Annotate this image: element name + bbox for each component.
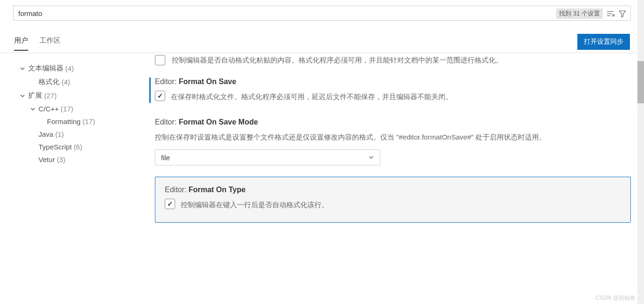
sidebar-item-count: (4) xyxy=(65,64,74,72)
tab-user[interactable]: 用户 xyxy=(14,36,28,51)
sidebar-item-extensions[interactable]: 扩展 (27) xyxy=(19,89,130,102)
scrollbar-thumb[interactable] xyxy=(637,61,644,103)
setting-title: Editor: Format On Save Mode xyxy=(155,118,631,126)
filter-icon[interactable] xyxy=(618,9,627,18)
search-result-count: 找到 31 个设置 xyxy=(556,8,603,19)
chevron-down-icon xyxy=(29,106,37,112)
setting-description: 控制编辑器是否自动格式化粘贴的内容。格式化程序必须可用，并且能针对文档中的某一范… xyxy=(172,56,503,65)
setting-description: 控制编辑器在键入一行后是否自动格式化该行。 xyxy=(181,199,329,211)
sidebar-item-count: (3) xyxy=(57,156,65,164)
sidebar-item-label: Formatting xyxy=(47,117,81,125)
clear-filter-icon[interactable] xyxy=(606,9,615,18)
scrollbar-track[interactable] xyxy=(637,0,644,304)
sidebar-item-label: Vetur xyxy=(38,156,55,164)
sidebar-item-label: Java xyxy=(38,130,54,138)
sidebar-item-count: (1) xyxy=(55,130,64,138)
sidebar-item-formatting[interactable]: Formatting (17) xyxy=(19,115,130,128)
setting-description: 在保存时格式化文件。格式化程序必须可用，延迟后文件不能保存，并且编辑器不能关闭。 xyxy=(171,91,452,103)
select-value: file xyxy=(161,154,170,162)
sidebar-item-java[interactable]: Java (1) xyxy=(19,128,130,140)
sidebar-item-label: TypeScript xyxy=(38,143,72,151)
setting-format-on-save: Editor: Format On Save 在保存时格式化文件。格式化程序必须… xyxy=(136,70,631,110)
setting-format-on-save-mode: Editor: Format On Save Mode 控制在保存时设置格式是设… xyxy=(136,110,631,173)
sidebar-item-label: 文本编辑器 xyxy=(28,64,63,73)
svg-marker-5 xyxy=(619,11,626,17)
modified-indicator-bar xyxy=(149,78,151,103)
sidebar-item-label: 扩展 xyxy=(28,91,42,100)
chevron-down-icon xyxy=(368,155,374,160)
sidebar-item-count: (6) xyxy=(74,143,82,151)
sidebar-item-typescript[interactable]: TypeScript (6) xyxy=(19,140,130,153)
chevron-down-icon xyxy=(19,93,26,99)
tab-workspace[interactable]: 工作区 xyxy=(39,36,61,51)
open-settings-sync-button[interactable]: 打开设置同步 xyxy=(577,34,630,50)
settings-content: 控制编辑器是否自动格式化粘贴的内容。格式化程序必须可用，并且能针对文档中的某一范… xyxy=(136,53,644,301)
setting-title: Editor: Format On Type xyxy=(165,186,621,194)
sidebar-item-count: (4) xyxy=(61,78,70,86)
sidebar-item-label: 格式化 xyxy=(38,78,60,86)
setting-description: 控制在保存时设置格式是设置整个文件格式还是仅设置修改内容的格式。仅当 "#edi… xyxy=(155,131,631,143)
checkbox-format-on-save[interactable] xyxy=(155,91,165,101)
settings-sidebar: 文本编辑器 (4) 格式化 (4) 扩展 (27) C/C++ (17) For… xyxy=(0,53,136,301)
sidebar-item-label: C/C++ xyxy=(38,105,59,113)
sidebar-item-count: (17) xyxy=(83,117,95,125)
sidebar-item-count: (27) xyxy=(44,92,57,100)
chevron-down-icon xyxy=(19,66,26,71)
sidebar-item-ccpp[interactable]: C/C++ (17) xyxy=(19,102,130,115)
sidebar-item-formatting-cn[interactable]: 格式化 (4) xyxy=(19,75,130,89)
checkbox[interactable] xyxy=(155,55,165,65)
watermark: CSDN @甜鲸鱼 xyxy=(595,294,636,302)
setting-title: Editor: Format On Save xyxy=(155,78,631,86)
settings-search-input[interactable] xyxy=(13,6,631,21)
sidebar-item-count: (17) xyxy=(61,105,73,113)
select-format-on-save-mode[interactable]: file xyxy=(155,149,380,165)
sidebar-item-text-editor[interactable]: 文本编辑器 (4) xyxy=(19,62,130,75)
setting-format-on-type: Editor: Format On Type 控制编辑器在键入一行后是否自动格式… xyxy=(155,177,631,223)
setting-item-partial: 控制编辑器是否自动格式化粘贴的内容。格式化程序必须可用，并且能针对文档中的某一范… xyxy=(136,53,631,70)
sidebar-item-vetur[interactable]: Vetur (3) xyxy=(19,153,130,166)
checkbox-format-on-type[interactable] xyxy=(165,199,175,209)
